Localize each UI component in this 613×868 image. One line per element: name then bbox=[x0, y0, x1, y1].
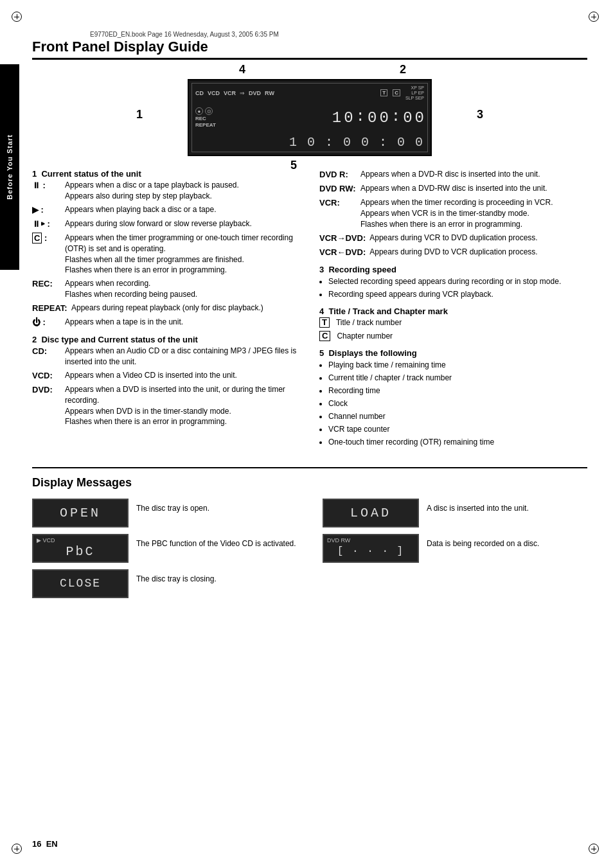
text-dvd-vcr: Appears during DVD to VCR duplication pr… bbox=[369, 247, 537, 258]
key-dvdr: DVD R: bbox=[319, 169, 357, 181]
text-vcr-dvd: Appears during VCR to DVD duplication pr… bbox=[369, 233, 537, 244]
corner-mark-br bbox=[589, 844, 601, 856]
key-dvd-vcr: VCR←DVD: bbox=[319, 247, 366, 258]
display-messages-title: Display Messages bbox=[32, 476, 587, 490]
digit-3: 0 bbox=[368, 109, 377, 127]
corner-mark-bl bbox=[12, 844, 24, 856]
bullet-5-3: Recording time bbox=[328, 385, 587, 396]
title-track-icon: T bbox=[319, 317, 330, 328]
desc-load: A disc is inserted into the unit. bbox=[427, 499, 529, 514]
left-column: 1 Current status of the unit ⏸ : Appears… bbox=[32, 169, 300, 454]
text-rec: Appears when recording.Flashes when reco… bbox=[65, 278, 197, 300]
bullet-5-4: Clock bbox=[328, 398, 587, 409]
display-open: OPEN bbox=[32, 499, 129, 527]
key-vcr: VCR: bbox=[319, 197, 357, 229]
display-close-text: CLOSE bbox=[60, 577, 101, 590]
file-info: E9770ED_EN.book Page 16 Wednesday, Augus… bbox=[90, 31, 279, 38]
bullet-3-2: Recording speed appears during VCR playb… bbox=[328, 288, 587, 300]
tape-icon: ⊙ bbox=[205, 107, 213, 115]
section-2: 2 Disc type and Current status of the un… bbox=[32, 335, 300, 427]
text-vcr: Appears when the timer recording is proc… bbox=[360, 197, 553, 229]
text-pause: Appears when a disc or a tape playback i… bbox=[65, 180, 239, 202]
msg-open: OPEN The disc tray is open. bbox=[32, 499, 297, 527]
key-rec: REC: bbox=[32, 278, 61, 300]
item-vcr-dvd: VCR→DVD: Appears during VCR to DVD dupli… bbox=[319, 233, 587, 244]
speed-slp: SLP SEP bbox=[405, 96, 424, 100]
title-icon: T bbox=[380, 89, 387, 96]
msg-rec: DVD RW [ · · · ] Data is being recorded … bbox=[323, 534, 587, 563]
text-slow: Appears during slow forward or slow reve… bbox=[65, 218, 252, 230]
item-rec: REC: Appears when recording.Flashes when… bbox=[32, 278, 300, 300]
msg-pbc: ▶ VCD PbC The PBC function of the Video … bbox=[32, 534, 297, 563]
bullet-5-7: One-touch timer recording (OTR) remainin… bbox=[328, 436, 587, 448]
speed-lp: LP EP bbox=[405, 91, 424, 95]
display-rec: DVD RW [ · · · ] bbox=[323, 534, 419, 563]
section-dvdr: DVD R: Appears when a DVD-R disc is inse… bbox=[319, 169, 587, 258]
label-cd: CD bbox=[195, 90, 204, 96]
item-vcr: VCR: Appears when the timer recording is… bbox=[319, 197, 587, 229]
text-chapter: Chapter number bbox=[337, 331, 393, 342]
section-2-title: 2 Disc type and Current status of the un… bbox=[32, 335, 300, 344]
diagram-container: 4 2 1 3 5 CD VCD VCR ⇒ DVD RW T bbox=[149, 79, 470, 156]
bullet-5-2: Current title / chapter / track number bbox=[328, 372, 587, 384]
messages-grid: OPEN The disc tray is open. LOAD A disc … bbox=[32, 499, 587, 598]
desc-open: The disc tray is open. bbox=[136, 499, 209, 514]
text-timer: Appears when the timer programming or on… bbox=[65, 233, 300, 276]
section-4-title: 4 Title / Track and Chapter mark bbox=[319, 306, 587, 316]
panel-inner: CD VCD VCR ⇒ DVD RW T C XP SP LP EP SLP bbox=[191, 83, 428, 152]
panel-bottom: 1 0 : 0 0 : 0 0 bbox=[195, 135, 424, 150]
key-dvdrw: DVD RW: bbox=[319, 183, 357, 195]
section-3: 3 Recording speed Selected recording spe… bbox=[319, 265, 587, 300]
diagram-num-3: 3 bbox=[477, 108, 483, 121]
key-vcd: VCD: bbox=[32, 370, 61, 382]
text-dvdr: Appears when a DVD-R disc is inserted in… bbox=[360, 169, 540, 181]
section-5-bullets: Playing back time / remaining time Curre… bbox=[328, 359, 587, 448]
rec-icon: ● bbox=[195, 107, 203, 115]
desc-rec: Data is being recorded on a disc. bbox=[427, 534, 539, 549]
bullet-5-6: VCR tape counter bbox=[328, 423, 587, 435]
repeat-label: REPEAT bbox=[195, 122, 216, 128]
item-vcd: VCD: Appears when a Video CD is inserted… bbox=[32, 370, 300, 382]
diagram-num-2: 2 bbox=[400, 63, 406, 76]
key-repeat: REPEAT: bbox=[32, 303, 67, 314]
msg-close: CLOSE The disc tray is closing. bbox=[32, 569, 297, 598]
text-repeat: Appears during repeat playback (only for… bbox=[71, 303, 263, 314]
key-pause: ⏸ : bbox=[32, 180, 61, 202]
digit-5: 0 bbox=[403, 109, 412, 127]
desc-columns: 1 Current status of the unit ⏸ : Appears… bbox=[32, 169, 587, 454]
section-title: Front Panel Display Guide bbox=[32, 39, 587, 60]
diagram-num-4: 4 bbox=[239, 63, 245, 76]
section-5-title: 5 Displays the following bbox=[319, 348, 587, 358]
section-3-bullets: Selected recording speed appears during … bbox=[328, 276, 587, 300]
item-cd: CD: Appears when an Audio CD or a disc c… bbox=[32, 346, 300, 368]
panel-top: CD VCD VCR ⇒ DVD RW T C XP SP LP EP SLP bbox=[195, 85, 424, 100]
item-dvdrw: DVD RW: Appears when a DVD-RW disc is in… bbox=[319, 183, 587, 195]
display-pbc-text: PbC bbox=[66, 544, 94, 559]
digit-2: 0 bbox=[344, 109, 353, 127]
panel-mid: ● ⊙ REC REPEAT 1 0 : 0 0 : 0 0 bbox=[195, 107, 424, 128]
label-rw: RW bbox=[265, 90, 274, 96]
item-pause: ⏸ : Appears when a disc or a tape playba… bbox=[32, 180, 300, 202]
key-vcr-dvd: VCR→DVD: bbox=[319, 233, 366, 244]
section-divider bbox=[32, 467, 587, 468]
label-vcd: VCD bbox=[208, 90, 220, 96]
arrow-icon: ⇒ bbox=[240, 90, 245, 96]
display-rec-indicator: DVD RW bbox=[327, 537, 350, 544]
item-title-track: T Title / track number bbox=[319, 317, 587, 328]
key-cd: CD: bbox=[32, 346, 61, 368]
text-tape: Appears when a tape is in the unit. bbox=[65, 317, 183, 328]
key-slow: ⏸▶ : bbox=[32, 218, 61, 230]
colon-2: : bbox=[391, 108, 400, 125]
rec-label: REC bbox=[195, 116, 216, 121]
section-4: 4 Title / Track and Chapter mark T Title… bbox=[319, 306, 587, 342]
panel-digits-area: 1 0 : 0 0 : 0 0 bbox=[332, 108, 424, 128]
speed-xp: XP SP bbox=[405, 85, 424, 90]
key-tape: ⏻ : bbox=[32, 317, 61, 328]
display-close: CLOSE bbox=[32, 569, 129, 598]
colon-1: : bbox=[356, 108, 365, 125]
text-title-track: Title / track number bbox=[336, 317, 402, 328]
page-number: 16 EN bbox=[32, 839, 58, 849]
digit-6: 0 bbox=[415, 109, 424, 127]
msg-load: LOAD A disc is inserted into the unit. bbox=[323, 499, 587, 527]
text-dvd: Appears when a DVD is inserted into the … bbox=[65, 384, 300, 427]
